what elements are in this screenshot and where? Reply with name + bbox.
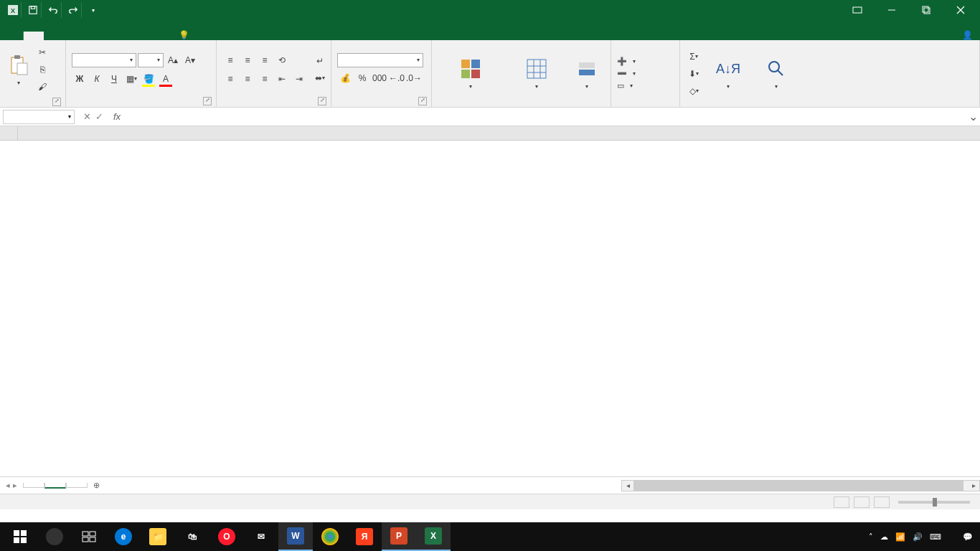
taskbar-explorer-icon[interactable]: 📁 [141, 522, 175, 551]
italic-button[interactable]: К [89, 71, 105, 87]
taskbar-chrome-icon[interactable] [313, 522, 347, 551]
close-button[interactable] [944, 0, 977, 20]
sort-filter-button[interactable]: A↓Я ▾ [703, 56, 753, 91]
tray-onedrive-icon[interactable]: ☁ [880, 532, 888, 542]
tab-insert[interactable] [44, 32, 64, 40]
format-painter-button[interactable]: 🖌 [34, 79, 50, 95]
taskbar-taskview-icon[interactable] [72, 522, 106, 551]
sheet-tab-3[interactable] [23, 483, 44, 488]
number-launcher[interactable]: ⤢ [418, 97, 427, 105]
redo-button[interactable] [65, 2, 82, 18]
autosum-button[interactable]: Σ▾ [686, 49, 702, 65]
cell-styles-button[interactable]: ▾ [569, 56, 605, 91]
border-button[interactable]: ▦▾ [123, 71, 139, 87]
tray-notifications-icon[interactable]: 💬 [963, 532, 973, 542]
percent-format-button[interactable]: % [354, 70, 370, 86]
clipboard-launcher[interactable]: ⤢ [52, 98, 61, 106]
zoom-slider[interactable] [898, 501, 970, 504]
tab-home[interactable] [24, 32, 44, 40]
align-right-button[interactable]: ≡ [257, 71, 273, 87]
sheet-tab-1[interactable] [44, 483, 66, 489]
wrap-text-button[interactable]: ↵ [310, 53, 330, 69]
horizontal-scrollbar[interactable]: ◂▸ [621, 480, 980, 491]
increase-font-button[interactable]: A▴ [165, 52, 181, 68]
taskbar-yandex-browser-icon[interactable]: Я [347, 522, 382, 551]
copy-button[interactable]: ⎘ [34, 62, 50, 77]
font-color-button[interactable]: A [158, 71, 174, 87]
name-box[interactable]: ▾ [3, 110, 75, 124]
sheet-tab-2[interactable] [66, 483, 88, 488]
sheet-nav-next-icon[interactable]: ▸ [13, 481, 17, 490]
taskbar-powerpoint-icon[interactable]: P [382, 522, 416, 551]
page-layout-view-button[interactable] [854, 496, 870, 508]
maximize-button[interactable] [910, 0, 943, 20]
font-launcher[interactable]: ⤢ [203, 97, 212, 105]
normal-view-button[interactable] [834, 496, 849, 508]
delete-cells-button[interactable]: ➖ ▾ [617, 68, 674, 79]
comma-format-button[interactable]: 000 [372, 70, 387, 86]
fill-color-button[interactable]: 🪣 [141, 71, 156, 87]
enter-formula-icon[interactable]: ✓ [95, 111, 103, 122]
taskbar-word-icon[interactable]: W [278, 522, 313, 551]
share-button[interactable]: 👤 [962, 30, 973, 40]
paste-button[interactable]: ▾ [4, 52, 33, 88]
font-size-combo[interactable]: ▾ [138, 53, 164, 67]
ribbon-options-icon[interactable] [841, 0, 874, 20]
decrease-indent-button[interactable]: ⇤ [274, 71, 290, 87]
fx-icon[interactable]: fx [109, 111, 125, 122]
tray-wifi-icon[interactable]: 📶 [895, 532, 905, 542]
save-button[interactable] [24, 2, 42, 18]
tell-me-search[interactable]: 💡 [179, 30, 194, 40]
tray-chevron-icon[interactable]: ˄ [869, 532, 873, 542]
align-center-button[interactable]: ≡ [240, 71, 255, 87]
number-format-combo[interactable]: ▾ [337, 53, 423, 67]
taskbar-opera-icon[interactable]: O [209, 522, 244, 551]
taskbar-mail-icon[interactable]: ✉ [244, 522, 278, 551]
format-as-table-button[interactable]: ▾ [504, 56, 569, 91]
cut-button[interactable]: ✂ [34, 44, 50, 60]
increase-indent-button[interactable]: ⇥ [291, 71, 307, 87]
increase-decimal-button[interactable]: ←.0 [389, 70, 405, 86]
decrease-decimal-button[interactable]: .0→ [406, 70, 422, 86]
fill-button[interactable]: ⬇▾ [686, 66, 702, 82]
start-button[interactable] [3, 522, 37, 551]
find-select-button[interactable]: ▾ [753, 56, 799, 91]
bold-button[interactable]: Ж [72, 71, 88, 87]
insert-cells-button[interactable]: ➕ ▾ [617, 56, 674, 67]
taskbar-excel-icon[interactable]: X [416, 522, 451, 551]
taskbar-yandex-icon[interactable] [37, 522, 72, 551]
alignment-launcher[interactable]: ⤢ [318, 97, 326, 105]
formula-input[interactable] [125, 110, 966, 124]
underline-button[interactable]: Ч [106, 71, 122, 87]
tab-view[interactable] [144, 32, 164, 40]
tab-file[interactable] [3, 32, 24, 40]
tray-volume-icon[interactable]: 🔊 [913, 532, 923, 542]
accounting-format-button[interactable]: 💰 [337, 70, 353, 86]
clear-button[interactable]: ◇▾ [686, 83, 702, 99]
decrease-font-button[interactable]: A▾ [182, 52, 198, 68]
tab-page-layout[interactable] [64, 32, 84, 40]
format-cells-button[interactable]: ▭ ▾ [617, 80, 674, 91]
font-name-combo[interactable]: ▾ [72, 53, 136, 67]
sheet-nav-prev-icon[interactable]: ◂ [6, 481, 10, 490]
minimize-button[interactable] [875, 0, 908, 20]
align-left-button[interactable]: ≡ [222, 71, 238, 87]
cancel-formula-icon[interactable]: ✕ [83, 111, 91, 122]
spreadsheet-grid[interactable] [0, 126, 980, 476]
orientation-button[interactable]: ⟲ [274, 52, 290, 68]
align-top-button[interactable]: ≡ [222, 52, 238, 68]
page-break-view-button[interactable] [874, 496, 890, 508]
conditional-formatting-button[interactable]: ▾ [436, 56, 504, 91]
formula-expand-icon[interactable]: ⌄ [966, 110, 980, 123]
align-bottom-button[interactable]: ≡ [257, 52, 273, 68]
add-sheet-button[interactable]: ⊕ [88, 481, 105, 490]
tab-review[interactable] [124, 32, 144, 40]
tray-input-icon[interactable]: ⌨ [930, 532, 941, 542]
align-middle-button[interactable]: ≡ [240, 52, 255, 68]
taskbar-store-icon[interactable]: 🛍 [175, 522, 209, 551]
undo-button[interactable] [44, 2, 62, 18]
qat-customize-icon[interactable]: ▾ [85, 2, 102, 18]
merge-button[interactable]: ⬌▾ [310, 70, 330, 86]
tab-data[interactable] [104, 32, 124, 40]
tab-formulas[interactable] [84, 32, 104, 40]
